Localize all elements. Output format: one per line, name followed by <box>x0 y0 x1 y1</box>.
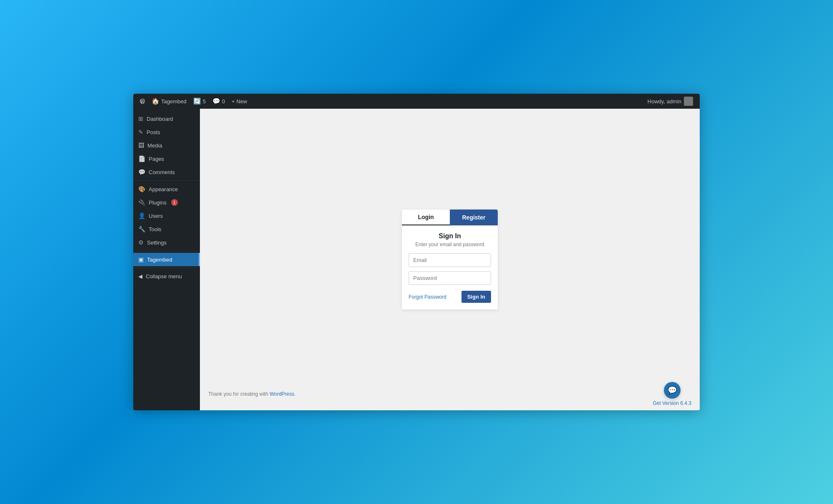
media-icon: 🖼 <box>138 142 144 149</box>
login-footer: Forgot Password Sign In <box>409 291 491 303</box>
sign-in-button[interactable]: Sign In <box>461 291 491 303</box>
new-label: + New <box>232 98 247 105</box>
howdy-label: Howdy, admin <box>648 98 681 105</box>
sidebar-item-comments[interactable]: 💬 Comments <box>133 165 200 179</box>
sidebar-item-label: Plugins <box>149 200 167 206</box>
admin-bar-comments[interactable]: 💬 0 <box>209 94 228 109</box>
sidebar-item-label: Settings <box>147 240 167 246</box>
pages-icon: 📄 <box>138 155 145 162</box>
sidebar-item-label: Dashboard <box>147 116 173 122</box>
plugins-badge: 1 <box>171 199 178 206</box>
login-card: Login Register Sign In Enter your email … <box>402 210 498 309</box>
update-icon: 🔄 <box>193 97 201 105</box>
sidebar-item-pages[interactable]: 📄 Pages <box>133 152 200 165</box>
login-tabs: Login Register <box>402 210 498 226</box>
wp-footer: Thank you for creating with WordPress. 💬… <box>208 382 691 406</box>
comments-icon: 💬 <box>138 169 145 175</box>
comment-count: 0 <box>222 98 225 105</box>
forgot-password-link[interactable]: Forgot Password <box>409 294 446 300</box>
sidebar-item-tagembed[interactable]: ▣ Tagembed <box>133 253 200 266</box>
site-name: Tagembed <box>161 98 187 105</box>
sidebar-item-label: Users <box>149 213 163 219</box>
admin-bar: 🏠 Tagembed 🔄 5 💬 0 + New Howdy, admin <box>133 94 700 109</box>
login-body: Sign In Enter your email and password Fo… <box>402 226 498 309</box>
sidebar-item-label: Tagembed <box>147 257 172 263</box>
plugins-icon: 🔌 <box>138 199 145 206</box>
sidebar-item-appearance[interactable]: 🎨 Appearance <box>133 182 200 196</box>
tagembed-icon: ▣ <box>138 256 144 263</box>
sidebar-item-dashboard[interactable]: ⊞ Dashboard <box>133 112 200 125</box>
sidebar-item-tools[interactable]: 🔧 Tools <box>133 222 200 236</box>
sidebar-item-label: Tools <box>149 226 161 232</box>
footer-thank-you: Thank you for creating with <box>208 391 269 397</box>
wp-logo[interactable] <box>137 95 148 107</box>
appearance-icon: 🎨 <box>138 186 145 192</box>
sidebar-item-plugins[interactable]: 🔌 Plugins 1 <box>133 196 200 209</box>
admin-bar-site[interactable]: 🏠 Tagembed <box>148 94 190 109</box>
wp-window: 🏠 Tagembed 🔄 5 💬 0 + New Howdy, admin ⊞ … <box>133 94 700 410</box>
collapse-label: Collapse menu <box>146 273 182 279</box>
footer-text: Thank you for creating with WordPress. <box>208 391 296 397</box>
sidebar-divider-3 <box>133 268 200 268</box>
sidebar-item-label: Posts <box>147 129 160 135</box>
comment-icon: 💬 <box>212 97 220 105</box>
users-icon: 👤 <box>138 212 145 219</box>
wordpress-link[interactable]: WordPress <box>269 391 294 397</box>
collapse-menu[interactable]: ◀ Collapse menu <box>133 270 200 283</box>
admin-bar-user[interactable]: Howdy, admin <box>644 97 696 106</box>
chat-button[interactable]: 💬 <box>664 382 681 399</box>
login-subtitle: Enter your email and password <box>409 242 491 247</box>
sidebar-item-settings[interactable]: ⚙ Settings <box>133 236 200 249</box>
update-count: 5 <box>203 98 206 105</box>
collapse-icon: ◀ <box>138 273 142 279</box>
tab-login[interactable]: Login <box>402 210 450 225</box>
sidebar-item-label: Comments <box>149 169 175 175</box>
tools-icon: 🔧 <box>138 226 145 232</box>
admin-bar-new[interactable]: + New <box>228 94 250 109</box>
admin-bar-updates[interactable]: 🔄 5 <box>190 94 209 109</box>
login-title: Sign In <box>409 232 491 240</box>
sidebar-divider-2 <box>133 251 200 251</box>
sidebar-item-media[interactable]: 🖼 Media <box>133 139 200 152</box>
sidebar-item-label: Appearance <box>149 186 178 192</box>
sidebar-item-posts[interactable]: ✎ Posts <box>133 125 200 139</box>
wp-body: ⊞ Dashboard ✎ Posts 🖼 Media 📄 Pages 💬 Co… <box>133 109 700 410</box>
sidebar-item-users[interactable]: 👤 Users <box>133 209 200 222</box>
avatar <box>684 97 693 106</box>
sidebar: ⊞ Dashboard ✎ Posts 🖼 Media 📄 Pages 💬 Co… <box>133 109 200 410</box>
dashboard-icon: ⊞ <box>138 115 143 122</box>
sidebar-divider <box>133 180 200 181</box>
get-version-link[interactable]: Get Version 6.4.3 <box>653 400 691 406</box>
home-icon: 🏠 <box>152 97 160 105</box>
settings-icon: ⚙ <box>138 239 144 246</box>
posts-icon: ✎ <box>138 129 143 135</box>
password-field[interactable] <box>409 271 491 285</box>
sidebar-item-label: Pages <box>149 156 164 162</box>
footer-right: 💬 Get Version 6.4.3 <box>653 382 691 406</box>
main-content: Login Register Sign In Enter your email … <box>200 109 700 410</box>
email-field[interactable] <box>409 253 491 267</box>
tab-register[interactable]: Register <box>450 210 498 225</box>
sidebar-item-label: Media <box>147 142 162 149</box>
